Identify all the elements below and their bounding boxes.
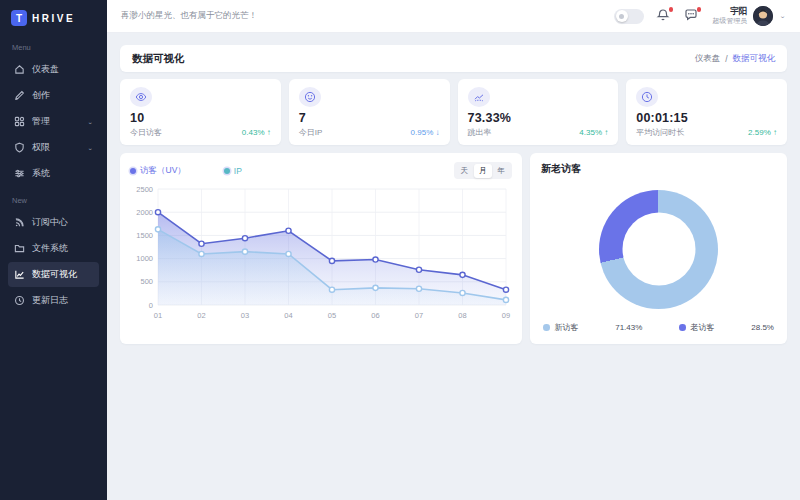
breadcrumb-current[interactable]: 数据可视化 xyxy=(733,53,776,65)
sidebar-item-label: 数据可视化 xyxy=(32,268,77,281)
sidebar-item-data-visualization[interactable]: 数据可视化 xyxy=(8,262,99,287)
sidebar-item-dashboard[interactable]: 仪表盘 xyxy=(8,57,99,82)
clock-icon xyxy=(641,91,653,103)
chart-icon xyxy=(14,269,25,280)
breadcrumb-parent[interactable]: 仪表盘 xyxy=(695,53,721,65)
stat-label: 跳出率 xyxy=(468,127,492,138)
arrow-up-icon: ↑ xyxy=(773,128,777,137)
sidebar-item-changelog[interactable]: 更新日志 xyxy=(8,288,99,313)
user-menu[interactable]: 宇阳 超级管理员 ⌄ xyxy=(712,6,786,26)
stats-row: 10 今日访客 0.43% ↑ 7 今日IP 0.95% ↓ 73.33% 跳出… xyxy=(120,79,787,145)
svg-text:2000: 2000 xyxy=(136,208,153,217)
legend-item-returning-visitors[interactable]: 老访客 xyxy=(679,322,715,333)
sidebar-item-label: 创作 xyxy=(32,89,50,102)
visitor-type-card: 新老访客 新访客 71.43% 老访客 28.5% xyxy=(530,153,787,344)
dark-mode-toggle[interactable] xyxy=(614,9,644,24)
svg-text:02: 02 xyxy=(197,311,205,320)
legend-item-new-visitors[interactable]: 新访客 xyxy=(543,322,579,333)
app-logo[interactable]: T HRIVE xyxy=(8,9,99,34)
legend-label: 老访客 xyxy=(691,322,715,333)
stat-card-ip: 7 今日IP 0.95% ↓ xyxy=(289,79,450,145)
stat-value: 10 xyxy=(130,111,271,125)
logo-text: HRIVE xyxy=(32,13,75,24)
stat-value: 7 xyxy=(299,111,440,125)
stat-card-bounce-rate: 73.33% 跳出率 4.35% ↑ xyxy=(458,79,619,145)
donut-chart[interactable] xyxy=(599,190,718,309)
stat-change: 2.59% ↑ xyxy=(748,128,777,137)
stat-change: 4.35% ↑ xyxy=(579,128,608,137)
sidebar-item-files[interactable]: 文件系统 xyxy=(8,236,99,261)
sidebar-item-create[interactable]: 创作 xyxy=(8,83,99,108)
page-title: 数据可视化 xyxy=(132,52,185,66)
uv-ip-chart-card: 访客（UV） IP 天 月 年 050010001500200025000102… xyxy=(120,153,522,344)
legend-dot xyxy=(543,324,550,331)
sidebar-item-subscriptions[interactable]: 订阅中心 xyxy=(8,210,99,235)
legend-label: 新访客 xyxy=(555,322,579,333)
chevron-down-icon: ⌄ xyxy=(87,118,93,124)
avatar xyxy=(753,6,773,26)
stat-change: 0.95% ↓ xyxy=(411,128,440,137)
stat-label: 今日IP xyxy=(299,127,323,138)
messages-button[interactable] xyxy=(684,8,700,24)
svg-text:01: 01 xyxy=(154,311,162,320)
svg-text:07: 07 xyxy=(415,311,423,320)
sidebar-item-label: 管理 xyxy=(32,115,50,128)
range-button-month[interactable]: 月 xyxy=(474,164,493,178)
user-role: 超级管理员 xyxy=(712,17,747,26)
arrow-up-icon: ↑ xyxy=(267,128,271,137)
grid-icon xyxy=(14,116,25,127)
home-icon xyxy=(14,64,25,75)
svg-text:03: 03 xyxy=(241,311,249,320)
user-name: 宇阳 xyxy=(712,6,747,17)
stat-value: 73.33% xyxy=(468,111,609,125)
sidebar-item-label: 订阅中心 xyxy=(32,216,68,229)
stat-card-visitors: 10 今日访客 0.43% ↑ xyxy=(120,79,281,145)
main-content: 数据可视化 仪表盘 / 数据可视化 10 今日访客 0.43% ↑ 7 今日IP… xyxy=(107,33,800,500)
sidebar-item-label: 系统 xyxy=(32,167,50,180)
sidebar-item-label: 仪表盘 xyxy=(32,63,59,76)
header-motto: 再渺小的星光、也有属于它的光芒！ xyxy=(121,10,257,22)
sidebar-section-menu: Menu xyxy=(12,43,95,52)
legend-value-new: 71.43% xyxy=(615,323,642,332)
stat-value: 00:01:15 xyxy=(636,111,777,125)
svg-text:06: 06 xyxy=(371,311,379,320)
range-button-year[interactable]: 年 xyxy=(492,164,511,178)
breadcrumb: 仪表盘 / 数据可视化 xyxy=(695,53,775,65)
sidebar-item-manage[interactable]: 管理 ⌄ xyxy=(8,109,99,134)
line-chart[interactable]: 05001000150020002500010203040506070809 xyxy=(130,179,512,339)
legend-item-uv[interactable]: 访客（UV） xyxy=(130,165,186,177)
legend-item-ip[interactable]: IP xyxy=(224,166,242,176)
sidebar-item-label: 文件系统 xyxy=(32,242,68,255)
svg-text:2500: 2500 xyxy=(136,185,153,194)
charts-row: 访客（UV） IP 天 月 年 050010001500200025000102… xyxy=(120,153,787,344)
breadcrumb-separator: / xyxy=(725,54,727,64)
toggle-knob xyxy=(616,10,628,22)
range-button-day[interactable]: 天 xyxy=(455,164,474,178)
legend-dot xyxy=(224,168,230,174)
sidebar-item-permissions[interactable]: 权限 ⌄ xyxy=(8,135,99,160)
line-chart-svg: 05001000150020002500010203040506070809 xyxy=(130,179,512,335)
smiley-icon xyxy=(304,91,316,103)
stat-label: 今日访客 xyxy=(130,127,162,138)
logo-t-icon: T xyxy=(11,10,27,26)
arrow-up-icon: ↑ xyxy=(604,128,608,137)
svg-text:1500: 1500 xyxy=(136,231,153,240)
rss-icon xyxy=(14,217,25,228)
svg-text:08: 08 xyxy=(458,311,466,320)
notifications-button[interactable] xyxy=(656,8,672,24)
sliders-icon xyxy=(14,168,25,179)
svg-text:04: 04 xyxy=(284,311,292,320)
sidebar-section-new: New xyxy=(12,196,95,205)
page-title-bar: 数据可视化 仪表盘 / 数据可视化 xyxy=(120,45,787,72)
svg-text:09: 09 xyxy=(502,311,510,320)
stat-label: 平均访问时长 xyxy=(636,127,684,138)
stat-change: 0.43% ↑ xyxy=(242,128,271,137)
shield-icon xyxy=(14,142,25,153)
range-selector: 天 月 年 xyxy=(454,162,513,179)
arrow-down-icon: ↓ xyxy=(436,128,440,137)
svg-text:1000: 1000 xyxy=(136,254,153,263)
donut-legend: 新访客 71.43% 老访客 28.5% xyxy=(541,322,776,335)
sidebar-item-system[interactable]: 系统 xyxy=(8,161,99,186)
svg-text:0: 0 xyxy=(149,301,153,310)
legend-dot xyxy=(130,168,136,174)
